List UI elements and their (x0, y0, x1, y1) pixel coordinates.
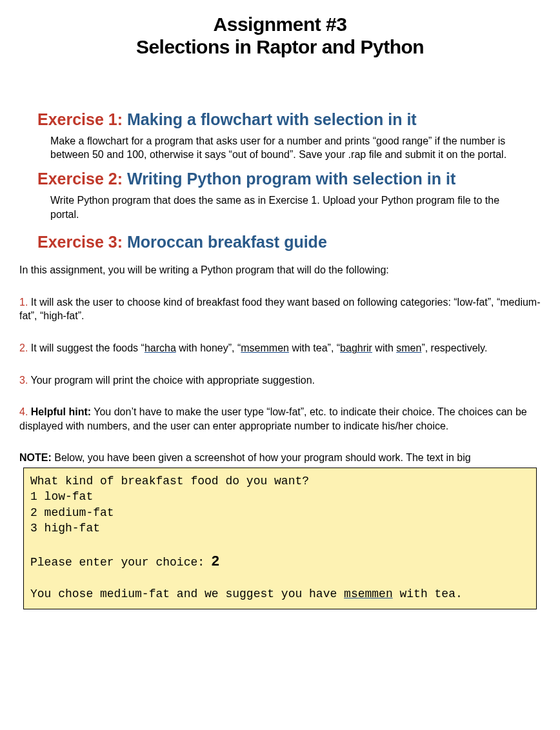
exercise-3-label: Exercise 3: (37, 233, 123, 251)
title-line-1: Assignment #3 (214, 14, 347, 35)
program-output-screenshot: What kind of breakfast food do you want?… (23, 468, 537, 609)
exercise-3-intro: In this assignment, you will be writing … (19, 263, 541, 277)
step-3: 3. Your program will print the choice wi… (19, 373, 541, 388)
output-line-1: What kind of breakfast food do you want? (30, 473, 530, 489)
step-3-text: Your program will print the choice with … (28, 375, 315, 386)
exercise-1-title: Making a flowchart with selection in it (123, 110, 417, 128)
step-2-mid2: with tea”, “ (289, 342, 340, 353)
exercise-2-label: Exercise 2: (37, 170, 123, 188)
step-4: 4. Helpful hint: You don’t have to make … (19, 405, 541, 433)
output-result-pre: You chose medium-fat and we suggest you … (30, 587, 344, 600)
exercise-3-heading: Exercise 3: Moroccan breakfast guide (37, 233, 541, 252)
exercise-3-title: Moroccan breakfast guide (123, 233, 327, 251)
output-line-3: 2 medium-fat (30, 505, 530, 520)
step-1-text: It will ask the user to choose kind of b… (19, 297, 541, 322)
step-2-mid3: with (372, 342, 396, 353)
note-label: NOTE: (19, 452, 52, 463)
step-1: 1. It will ask the user to choose kind o… (19, 295, 541, 323)
word-baghrir: baghrir (340, 342, 372, 353)
exercise-1-body: Make a flowchart for a program that asks… (50, 134, 515, 162)
exercise-2-body: Write Python program that does the same … (50, 193, 515, 221)
step-2-mid1: with honey”, “ (176, 342, 241, 353)
word-smen: smen (396, 342, 421, 353)
output-result-line: You chose medium-fat and we suggest you … (30, 586, 530, 602)
step-3-number: 3. (19, 375, 28, 386)
step-1-number: 1. (19, 297, 28, 308)
step-2-number: 2. (19, 342, 28, 353)
exercise-2-heading: Exercise 2: Writing Python program with … (37, 170, 541, 188)
exercise-2-title: Writing Python program with selection in… (123, 170, 455, 188)
output-result-post: with tea. (393, 587, 463, 600)
user-input: 2 (212, 553, 219, 569)
word-msemmen: msemmen (241, 342, 289, 353)
output-line-4: 3 high-fat (30, 520, 530, 536)
output-line-2: 1 low-fat (30, 489, 530, 504)
step-2: 2. It will suggest the foods “harcha wit… (19, 341, 541, 355)
document-title: Assignment #3 Selections in Raptor and P… (19, 13, 541, 59)
output-word-msemmen: msemmen (344, 587, 393, 600)
step-2-post: ”, respectively. (421, 342, 487, 353)
output-prompt-line: Please enter your choice: 2 (30, 551, 530, 571)
step-4-number: 4. (19, 406, 28, 417)
step-2-pre: It will suggest the foods “ (28, 342, 145, 353)
note-text: Below, you have been given a screenshot … (52, 452, 471, 463)
exercise-1-label: Exercise 1: (37, 110, 123, 128)
step-4-hint-label: Helpful hint: (28, 406, 91, 417)
exercise-1-heading: Exercise 1: Making a flowchart with sele… (37, 110, 541, 129)
step-4-text: You don’t have to make the user type “lo… (19, 406, 527, 431)
note-paragraph: NOTE: Below, you have been given a scree… (19, 451, 541, 465)
output-prompt: Please enter your choice: (30, 556, 212, 569)
word-harcha: harcha (145, 342, 176, 353)
title-line-2: Selections in Raptor and Python (136, 36, 424, 57)
